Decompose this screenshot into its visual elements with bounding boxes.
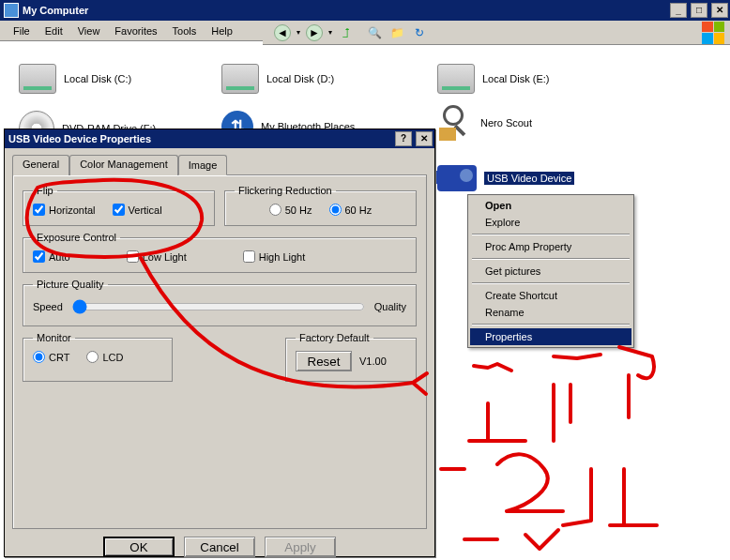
flicker-60hz-label: 60 Hz: [345, 204, 373, 216]
group-factory-default: Factory Default Reset V1.00: [285, 332, 417, 382]
maximize-button[interactable]: □: [691, 3, 707, 18]
menu-edit[interactable]: Edit: [38, 23, 70, 39]
usb-video-label: USB Video Device: [484, 172, 574, 185]
dialog-buttons: OK Cancel Apply: [5, 529, 434, 560]
my-computer-icon: [4, 3, 19, 18]
group-picture-quality: Picture Quality Speed Quality: [23, 279, 417, 326]
menu-create-shortcut[interactable]: Create Shortcut: [470, 287, 631, 304]
menu-explore[interactable]: Explore: [470, 214, 631, 231]
hard-drive-icon: [221, 64, 259, 94]
picture-speed-label: Speed: [33, 301, 63, 312]
monitor-crt-radio[interactable]: CRT: [33, 351, 69, 363]
tab-color-management[interactable]: Color Management: [69, 155, 178, 175]
group-flip: Flip Horizontal Vertical: [23, 185, 215, 226]
menu-file[interactable]: File: [6, 23, 38, 39]
folders-icon[interactable]: 📁: [388, 24, 405, 41]
group-monitor: Monitor CRT LCD: [23, 332, 173, 382]
menu-open[interactable]: Open: [470, 197, 631, 214]
back-icon[interactable]: ◄: [274, 24, 291, 41]
window-titlebar: My Computer _ □ ✕: [0, 0, 730, 21]
picture-quality-slider[interactable]: [72, 299, 365, 314]
apply-button[interactable]: Apply: [265, 537, 336, 557]
exposure-lowlight-checkbox[interactable]: Low Light: [127, 250, 187, 263]
flip-horizontal-checkbox[interactable]: Horizontal: [33, 204, 96, 216]
drive-d-label: Local Disk (D:): [266, 73, 334, 84]
windows-logo-icon: [702, 22, 724, 44]
menu-proc-amp[interactable]: Proc Amp Property: [470, 238, 631, 255]
dialog-tabs: General Color Management Image: [12, 155, 427, 175]
nero-scout[interactable]: Nero Scout: [437, 105, 532, 141]
ok-button[interactable]: OK: [103, 537, 175, 557]
flip-horizontal-label: Horizontal: [49, 204, 96, 216]
tab-general[interactable]: General: [12, 155, 69, 175]
group-exposure: Exposure Control Auto Low Light High Lig…: [23, 232, 417, 273]
hard-drive-icon: [437, 64, 475, 94]
flip-vertical-label: Vertical: [129, 204, 162, 216]
minimize-button[interactable]: _: [670, 3, 687, 18]
exposure-lowlight-label: Low Light: [143, 251, 187, 263]
monitor-lcd-label: LCD: [102, 352, 123, 363]
menu-view[interactable]: View: [70, 23, 108, 39]
drive-c-label: Local Disk (C:): [64, 73, 131, 84]
search-icon[interactable]: 🔍: [366, 24, 383, 41]
menu-tools[interactable]: Tools: [165, 23, 205, 39]
drive-d[interactable]: Local Disk (D:): [221, 64, 334, 94]
history-icon[interactable]: ↻: [411, 24, 428, 41]
camera-icon: [437, 165, 477, 191]
back-dropdown-icon[interactable]: ▾: [297, 28, 300, 37]
factory-version: V1.00: [359, 356, 387, 367]
reset-button[interactable]: Reset: [296, 351, 352, 371]
drive-c[interactable]: Local Disk (C:): [19, 64, 131, 94]
group-flickering: Flickering Reduction 50 Hz 60 Hz: [224, 185, 417, 226]
forward-dropdown-icon[interactable]: ▾: [328, 28, 332, 37]
factory-legend: Factory Default: [296, 332, 373, 343]
menu-help[interactable]: Help: [204, 23, 240, 39]
dialog-title: USB Video Device Properties: [8, 133, 151, 144]
flip-legend: Flip: [33, 185, 57, 196]
menu-properties[interactable]: Properties: [470, 328, 631, 345]
monitor-crt-label: CRT: [49, 352, 69, 363]
window-title: My Computer: [23, 5, 88, 16]
exposure-highlight-label: High Light: [259, 251, 306, 263]
usb-video-device[interactable]: USB Video Device: [437, 165, 574, 191]
magnifier-icon: [437, 105, 473, 141]
flicker-legend: Flickering Reduction: [235, 185, 336, 196]
exposure-auto-label: Auto: [49, 251, 70, 263]
up-icon[interactable]: ⮥: [338, 24, 355, 41]
tab-panel-image: Flip Horizontal Vertical Flickering Red: [12, 174, 427, 529]
picture-quality-label: Quality: [374, 301, 406, 312]
nero-scout-label: Nero Scout: [480, 117, 532, 129]
tab-image[interactable]: Image: [178, 155, 228, 175]
exposure-legend: Exposure Control: [33, 232, 120, 243]
menubar: File Edit View Favorites Tools Help: [0, 21, 263, 41]
close-button[interactable]: ✕: [711, 3, 728, 18]
flicker-60hz-radio[interactable]: 60 Hz: [329, 204, 373, 216]
exposure-auto-checkbox[interactable]: Auto: [33, 250, 70, 263]
cancel-button[interactable]: Cancel: [184, 537, 255, 557]
hard-drive-icon: [19, 64, 56, 94]
context-menu: Open Explore Proc Amp Property Get pictu…: [467, 194, 634, 348]
menu-rename[interactable]: Rename: [470, 304, 631, 321]
dialog-help-button[interactable]: ?: [395, 131, 412, 146]
flip-vertical-checkbox[interactable]: Vertical: [113, 204, 162, 216]
menu-favorites[interactable]: Favorites: [107, 23, 164, 39]
forward-icon[interactable]: ►: [306, 24, 323, 41]
flicker-50hz-label: 50 Hz: [285, 204, 312, 216]
toolbar: ◄ ▾ ► ▾ ⮥ 🔍 📁 ↻: [263, 21, 730, 45]
picture-legend: Picture Quality: [33, 279, 108, 290]
flicker-50hz-radio[interactable]: 50 Hz: [269, 204, 312, 216]
monitor-lcd-radio[interactable]: LCD: [86, 351, 123, 363]
exposure-highlight-checkbox[interactable]: High Light: [243, 250, 306, 263]
drive-e[interactable]: Local Disk (E:): [437, 64, 550, 94]
usb-video-properties-dialog: USB Video Device Properties ? ✕ General …: [4, 129, 435, 557]
menu-get-pictures[interactable]: Get pictures: [470, 263, 631, 280]
drive-e-label: Local Disk (E:): [482, 73, 550, 84]
monitor-legend: Monitor: [33, 332, 75, 343]
dialog-close-button[interactable]: ✕: [416, 131, 433, 146]
dialog-titlebar: USB Video Device Properties ? ✕: [5, 129, 434, 148]
